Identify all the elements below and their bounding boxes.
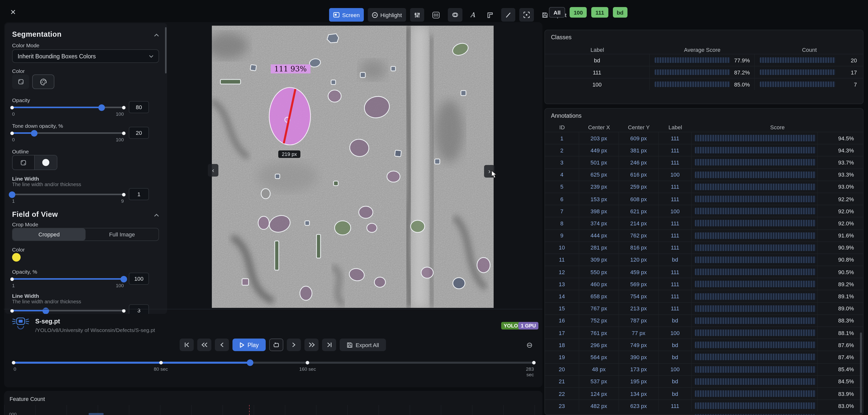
seg-opacity-value[interactable]: 80 (129, 101, 149, 113)
id-counter-button[interactable]: 88 (428, 8, 443, 22)
annotation-row[interactable]: 9444 px762 px11191.6% (545, 229, 863, 241)
annotation-row[interactable]: 19564 px390 pxbd87.4% (545, 351, 863, 363)
annotation-row[interactable]: 22124 px134 pxbd83.9% (545, 387, 863, 400)
annotation-row[interactable]: 18296 px749 pxbd87.6% (545, 339, 863, 351)
crop-mode-full-image[interactable]: Full Image (86, 228, 158, 241)
annotations-scrollbar[interactable] (860, 332, 862, 413)
crop-mode-cropped[interactable]: Cropped (12, 228, 86, 241)
line-tool-button[interactable] (501, 8, 515, 22)
seg-opacity-slider[interactable] (12, 104, 124, 111)
annotation-row[interactable]: 11309 px120 pxbd90.8% (545, 254, 863, 265)
annotation-id[interactable]: 13 (545, 279, 579, 290)
export-all-button[interactable]: Export All (340, 339, 386, 351)
annotation-row[interactable]: 16752 px787 pxbd88.3% (545, 314, 863, 326)
annotation-id[interactable]: 9 (545, 230, 579, 241)
annotation-row[interactable]: 4625 px616 px10093.3% (545, 168, 863, 180)
inference-image-view[interactable] (212, 26, 494, 308)
timeline-handle[interactable] (247, 359, 254, 366)
annotation-row[interactable]: 21537 px195 pxbd84.5% (545, 375, 863, 387)
focus-button[interactable] (519, 8, 534, 22)
collapse-circle-icon[interactable]: ⊖ (526, 341, 533, 350)
fov-opacity-slider[interactable] (12, 275, 124, 282)
annotation-row[interactable]: 1203 px609 px11194.5% (545, 132, 863, 144)
annotation-row[interactable]: 8374 px214 px11192.0% (545, 217, 863, 229)
annotation-id[interactable]: 10 (545, 242, 579, 253)
annotation-row[interactable]: 5239 px259 px11193.0% (545, 181, 863, 193)
annotation-id[interactable]: 6 (545, 193, 579, 205)
feature-count-chart[interactable] (4, 405, 542, 415)
annotation-id[interactable]: 23 (545, 400, 579, 412)
annotation-id[interactable]: 8 (545, 218, 579, 229)
next-frame-button[interactable] (287, 339, 301, 351)
annotation-row[interactable]: 15767 px213 px11189.0% (545, 302, 863, 314)
sidebar-scrollbar[interactable] (165, 27, 166, 73)
corner-ruler-button[interactable] (483, 8, 497, 22)
annotation-row[interactable]: 13460 px569 px11189.2% (545, 278, 863, 290)
tone-opacity-slider[interactable] (12, 129, 124, 136)
annotation-id[interactable]: 3 (545, 157, 579, 168)
chevron-up-icon[interactable] (154, 213, 159, 217)
annotation-id[interactable]: 11 (545, 254, 579, 265)
skip-start-button[interactable] (180, 339, 194, 351)
chevron-up-icon[interactable] (154, 33, 159, 37)
class-row[interactable]: 11187.2%17 (545, 66, 863, 78)
prev-frame-button[interactable] (215, 339, 229, 351)
annotation-id[interactable]: 22 (545, 388, 579, 400)
annotation-row[interactable]: 2048 px173 px10085.4% (545, 363, 863, 375)
annotation-id[interactable]: 21 (545, 376, 579, 387)
outline-toggle[interactable] (12, 155, 57, 170)
annotation-row[interactable]: 17761 px77 px10088.1% (545, 326, 863, 339)
prev-image-button[interactable]: ‹ (208, 164, 218, 177)
annotation-id[interactable]: 4 (545, 169, 579, 180)
skip-end-button[interactable] (322, 339, 336, 351)
filter-class-button[interactable]: 100 (569, 7, 587, 18)
close-icon[interactable]: ✕ (7, 6, 19, 18)
annotation-id[interactable]: 5 (545, 181, 579, 193)
annotation-row[interactable]: 14658 px754 px11189.1% (545, 290, 863, 302)
text-tool-button[interactable]: A (466, 8, 479, 22)
loop-button[interactable] (269, 339, 283, 351)
annotation-row[interactable]: 10281 px816 px11190.9% (545, 241, 863, 253)
annotation-id[interactable]: 20 (545, 363, 579, 375)
annotation-id[interactable]: 16 (545, 315, 579, 326)
bbox-color-button[interactable] (12, 74, 29, 89)
selected-segment[interactable] (269, 88, 310, 145)
annotation-row[interactable]: 7398 px621 px10092.0% (545, 205, 863, 217)
class-row[interactable]: 10085.0%7 (545, 78, 863, 90)
filter-all-button[interactable]: All (549, 7, 565, 18)
annotation-id[interactable]: 18 (545, 339, 579, 351)
rewind-button[interactable] (197, 339, 211, 351)
color-mode-select[interactable]: Inherit Bounding Boxes Colors (12, 49, 159, 63)
seg-line-width-value[interactable]: 1 (129, 188, 149, 200)
fov-opacity-value[interactable]: 100 (129, 273, 149, 285)
tone-opacity-value[interactable]: 20 (129, 127, 149, 139)
fast-forward-button[interactable] (304, 339, 318, 351)
outline-circle-option[interactable] (35, 155, 57, 169)
annotation-row[interactable]: 6153 px608 px11192.2% (545, 193, 863, 205)
fov-color-swatch[interactable] (12, 253, 21, 262)
tags-button[interactable] (447, 8, 462, 22)
play-button[interactable]: Play (232, 339, 266, 351)
annotation-id[interactable]: 19 (545, 351, 579, 363)
filter-class-button[interactable]: bd (613, 7, 627, 18)
class-row[interactable]: bd77.9%20 (545, 54, 863, 66)
seg-line-width-slider[interactable] (12, 191, 124, 198)
annotation-row[interactable]: 23482 px623 px11183.0% (545, 400, 863, 412)
annotation-row[interactable]: 2449 px381 px11194.3% (545, 144, 863, 156)
annotation-id[interactable]: 17 (545, 327, 579, 339)
filters-sliders-button[interactable] (410, 8, 424, 22)
outline-bbox-option[interactable] (12, 155, 35, 169)
annotation-id[interactable]: 14 (545, 290, 579, 302)
screen-mode-button[interactable]: Screen (329, 8, 364, 22)
annotation-row[interactable]: 12550 px459 px11190.5% (545, 265, 863, 278)
annotation-id[interactable]: 2 (545, 145, 579, 156)
annotation-id[interactable]: 12 (545, 266, 579, 278)
highlight-button[interactable]: Highlight (368, 8, 406, 22)
palette-color-button[interactable] (32, 74, 54, 89)
model-name[interactable]: S-seg.pt (35, 318, 60, 325)
annotation-id[interactable]: 7 (545, 205, 579, 217)
annotation-id[interactable]: 1 (545, 132, 579, 144)
filter-class-button[interactable]: 111 (591, 7, 608, 18)
timeline-slider[interactable]: 080 sec160 sec283sec (13, 359, 534, 366)
annotation-row[interactable]: 3501 px246 px11193.7% (545, 156, 863, 168)
